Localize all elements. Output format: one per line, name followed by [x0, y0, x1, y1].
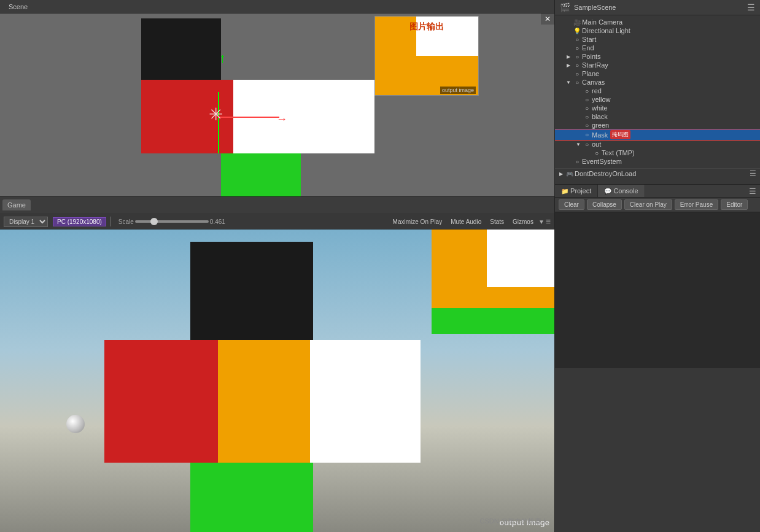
tree-icon-black: ○ — [582, 114, 592, 120]
hierarchy-header: 🎬 SampleScene ☰ — [555, 0, 760, 15]
watermark: CSDN @努力的机器人 — [480, 517, 548, 526]
tree-item-plane[interactable]: ○ Plane — [555, 69, 760, 78]
game-toolbar: Game — [0, 196, 554, 214]
tree-icon-end: ○ — [572, 45, 582, 52]
clear-btn[interactable]: Clear — [559, 199, 584, 210]
game-output-preview — [432, 229, 554, 334]
tree-icon-yellow: ○ — [582, 96, 592, 103]
main-layout: Scene ✳ — [0, 0, 760, 532]
tree-label-mask: Mask — [592, 131, 608, 139]
tree-label-start: Start — [582, 36, 596, 43]
pc-tabs: 📁 Project 💬 Console ☰ — [555, 185, 760, 198]
console-tab[interactable]: 💬 Console — [598, 185, 645, 197]
left-panel: Scene ✳ — [0, 0, 554, 532]
project-tab[interactable]: 📁 Project — [555, 185, 598, 197]
tree-item-text-tmp[interactable]: ○ Text (TMP) — [555, 148, 760, 157]
hierarchy-scene-name: SampleScene — [574, 4, 616, 11]
console-menu-btn[interactable]: ☰ — [745, 185, 760, 197]
scene-output-label: output image — [440, 87, 476, 94]
tree-label-directional-light: Directional Light — [582, 27, 630, 34]
tree-item-startray[interactable]: ▶ ○ StartRay — [555, 61, 760, 69]
tree-icon-out: ○ — [582, 141, 592, 148]
tree-arrow-canvas: ▼ — [565, 80, 572, 85]
hierarchy-menu-btn[interactable]: ☰ — [747, 2, 755, 12]
hierarchy-scene-icon: 🎬 — [560, 2, 570, 12]
tree-icon-eventsystem: ○ — [572, 158, 582, 165]
gizmos-btn[interactable]: Gizmos — [509, 217, 537, 226]
game-white-block — [310, 340, 421, 463]
tree-label-green: green — [592, 121, 609, 129]
game-more-btn[interactable]: ≡ — [546, 217, 551, 226]
right-panel: 🎬 SampleScene ☰ 🎥 Main Camera 💡 Directio… — [554, 0, 760, 532]
tree-icon-points: ○ — [572, 53, 582, 60]
tree-item-out[interactable]: ▼ ○ out — [555, 140, 760, 148]
maximize-on-play-btn[interactable]: Maximize On Play — [389, 217, 446, 226]
tree-item-directional-light[interactable]: 💡 Directional Light — [555, 26, 760, 35]
tree-icon-startray: ○ — [572, 62, 582, 69]
tree-icon-white: ○ — [582, 105, 592, 112]
dontdestroy-menu: ☰ — [750, 169, 760, 178]
project-console-panel: 📁 Project 💬 Console ☰ Clear Collapse Cle… — [555, 184, 760, 368]
scene-tab[interactable]: Scene — [4, 2, 33, 12]
tree-item-end[interactable]: ○ End — [555, 44, 760, 52]
tree-label-eventsystem: EventSystem — [582, 158, 622, 165]
scene-header: Scene — [0, 0, 554, 13]
editor-btn[interactable]: Editor — [721, 199, 748, 210]
tree-arrow-startray: ▶ — [565, 63, 572, 68]
tree-label-canvas: Canvas — [582, 79, 605, 86]
project-tab-label: Project — [570, 187, 591, 195]
display-select[interactable]: Display 1 — [4, 217, 48, 227]
tree-label-text-tmp: Text (TMP) — [602, 149, 635, 156]
tree-item-black[interactable]: ○ black — [555, 112, 760, 121]
scene-arrow-right: → — [276, 113, 287, 126]
tree-item-white[interactable]: ○ white — [555, 104, 760, 112]
tree-icon-mask: ○ — [582, 131, 592, 138]
tree-item-yellow[interactable]: ○ yellow — [555, 95, 760, 104]
scale-label: Scale — [118, 218, 134, 225]
tree-arrow-dontdestroy: ▶ — [557, 171, 565, 177]
error-pause-btn[interactable]: Error Pause — [675, 199, 718, 210]
tree-icon-green: ○ — [582, 122, 592, 129]
scene-transform-icon: ✳ — [209, 104, 223, 125]
scene-close-btn[interactable]: ✕ — [541, 13, 554, 25]
tree-item-canvas[interactable]: ▼ ○ Canvas — [555, 78, 760, 87]
game-controls-bar: Display 1 PC (1920x1080) Scale 0.461 Max… — [0, 214, 554, 229]
tree-label-out: out — [592, 141, 601, 148]
right-bottom-empty — [555, 368, 760, 532]
tree-arrow-points: ▶ — [565, 54, 572, 60]
tree-label-yellow: yellow — [592, 96, 611, 103]
game-red-block — [104, 340, 218, 463]
scene-gizmo-x — [218, 117, 279, 118]
resolution-label[interactable]: PC (1920x1080) — [53, 217, 106, 226]
console-toolbar: Clear Collapse Clear on Play Error Pause… — [555, 198, 760, 212]
game-content: output image CSDN @努力的机器人 — [0, 229, 554, 532]
tree-item-eventsystem[interactable]: ○ EventSystem — [555, 157, 760, 166]
game-black-block — [190, 242, 313, 340]
tree-icon-canvas: ○ — [572, 79, 582, 86]
tree-label-plane: Plane — [582, 70, 599, 77]
console-tab-icon: 💬 — [604, 188, 611, 195]
collapse-btn[interactable]: Collapse — [587, 199, 622, 210]
scene-arrow-up: ↑ — [219, 50, 226, 66]
tree-icon-red: ○ — [582, 88, 592, 94]
clear-on-play-btn[interactable]: Clear on Play — [624, 199, 672, 210]
stats-btn[interactable]: Stats — [486, 217, 508, 226]
mute-audio-btn[interactable]: Mute Audio — [447, 217, 485, 226]
tree-item-main-camera[interactable]: 🎥 Main Camera — [555, 18, 760, 26]
console-content — [555, 212, 760, 368]
tree-label-points: Points — [582, 53, 601, 60]
tree-icon-plane: ○ — [572, 71, 582, 77]
mask-tooltip: 掩码图 — [610, 130, 630, 139]
scene-view: Scene ✳ — [0, 0, 554, 196]
game-tab[interactable]: Game — [2, 199, 31, 210]
tree-item-dontdestroy[interactable]: ▶ 🎮 DontDestroyOnLoad ☰ — [555, 168, 760, 179]
tree-item-start[interactable]: ○ Start — [555, 35, 760, 44]
tree-item-red[interactable]: ○ red — [555, 87, 760, 95]
tree-label-red: red — [592, 87, 602, 94]
tree-item-mask[interactable]: ○ Mask 掩码图 — [555, 129, 760, 140]
tree-arrow-out: ▼ — [575, 142, 582, 147]
tree-item-points[interactable]: ▶ ○ Points — [555, 52, 760, 61]
scale-slider[interactable] — [135, 220, 209, 223]
tree-label-black: black — [592, 113, 608, 120]
tree-item-green[interactable]: ○ green — [555, 121, 760, 129]
